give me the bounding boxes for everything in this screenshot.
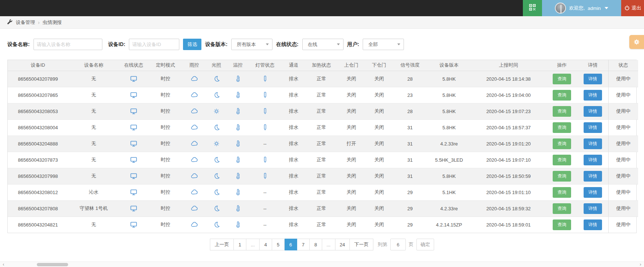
monitor-icon <box>130 156 138 164</box>
monitor-icon <box>130 75 138 83</box>
detail-button[interactable]: 详情 <box>584 155 602 165</box>
user-filter-select[interactable]: 全部 <box>363 39 404 50</box>
column-header: 状态 <box>608 60 638 71</box>
report-time-cell: 2020-04-15 18:50:59 <box>471 168 546 184</box>
monitor-icon <box>130 107 138 115</box>
chevron-down-icon <box>337 43 340 45</box>
goto-page-input[interactable] <box>390 239 406 250</box>
detail-button[interactable]: 详情 <box>584 106 602 117</box>
page-number-button[interactable]: 1 <box>234 239 246 250</box>
goto-prefix: 到第 <box>378 241 387 248</box>
page-number-button[interactable]: 7 <box>297 239 310 250</box>
query-button[interactable]: 查询 <box>553 155 571 165</box>
query-button[interactable]: 查询 <box>553 138 571 149</box>
device-version-select[interactable]: 所有版本 <box>231 39 272 50</box>
filter-button[interactable]: 筛选 <box>183 39 201 50</box>
online-status-select[interactable]: 在线 <box>302 39 344 50</box>
heating-status-cell: 正常 <box>306 136 337 152</box>
table-row: 865650043204888 无 时控 -- 排水 正常 打开 关闭 31 4… <box>8 136 638 152</box>
device-version-cell: 5.8HK <box>427 87 471 103</box>
column-header: 通道 <box>281 60 306 71</box>
device-id-cell: 865650043208053 <box>8 103 68 119</box>
device-version-value: 所有版本 <box>237 41 256 48</box>
heating-status-cell: 正常 <box>306 217 337 233</box>
heating-status-cell: 正常 <box>306 200 337 217</box>
query-button[interactable]: 查询 <box>553 106 571 117</box>
goto-confirm-button[interactable]: 确定 <box>416 239 434 250</box>
report-time-cell: 2020-04-15 18:14:38 <box>471 71 546 87</box>
thermometer-icon <box>234 205 242 212</box>
heating-status-cell: 正常 <box>306 71 337 87</box>
query-button[interactable]: 查询 <box>553 187 571 198</box>
lamp-status-cell: -- <box>249 217 281 233</box>
scroll-right-arrow-icon[interactable]: › <box>638 262 643 267</box>
device-version-cell: 5.8HK <box>427 119 471 136</box>
moon-icon <box>213 124 220 131</box>
chevron-down-icon <box>397 43 400 45</box>
scroll-left-arrow-icon[interactable]: ‹ <box>1 262 6 267</box>
detail-button[interactable]: 详情 <box>584 74 602 84</box>
sun-icon <box>213 108 220 115</box>
device-version-cell: 5.5HK_3LED <box>427 152 471 168</box>
detail-button[interactable]: 详情 <box>584 122 602 133</box>
next-page-button[interactable]: 下一页 <box>350 239 373 250</box>
page-number-button[interactable]: 5 <box>272 239 285 250</box>
device-name-input[interactable] <box>34 39 102 50</box>
device-version-cell: 4.2.14.15ZP <box>427 217 471 233</box>
settings-tab-button[interactable] <box>629 35 644 49</box>
query-button[interactable]: 查询 <box>553 203 571 214</box>
breadcrumb-item-current: 虫情测报 <box>43 19 62 26</box>
username: admin <box>588 6 601 11</box>
column-header: 定时模式 <box>148 60 183 71</box>
detail-button[interactable]: 详情 <box>584 187 602 198</box>
query-button[interactable]: 查询 <box>553 90 571 101</box>
detail-button[interactable]: 详情 <box>584 203 602 214</box>
upper-door-cell: 打开 <box>337 136 366 152</box>
thermometer-icon <box>234 172 242 180</box>
signal-strength-cell: 28 <box>393 71 427 87</box>
report-time-cell: 2020-04-15 19:07:23 <box>471 103 546 119</box>
qr-code-button[interactable] <box>523 0 542 16</box>
timer-mode-cell: 时控 <box>148 200 183 217</box>
lower-door-cell: 关闭 <box>366 103 393 119</box>
signal-strength-cell: 29 <box>393 200 427 217</box>
report-time-cell: 2020-04-15 19:04:00 <box>471 87 546 103</box>
query-button[interactable]: 查询 <box>553 171 571 182</box>
scrollbar-thumb[interactable] <box>37 263 68 266</box>
detail-button[interactable]: 详情 <box>584 219 602 230</box>
lamp-tube-icon <box>261 108 269 115</box>
lower-door-cell: 关闭 <box>366 136 393 152</box>
online-status-value: 在线 <box>308 41 317 48</box>
table-row: 865650043207808 守望林 1号机 时控 -- 排水 正常 关闭 关… <box>8 200 638 217</box>
moon-icon <box>213 75 220 82</box>
detail-button[interactable]: 详情 <box>584 138 602 149</box>
signal-strength-cell: 28 <box>393 103 427 119</box>
upper-door-cell: 关闭 <box>337 217 366 233</box>
chevron-down-icon <box>266 43 269 45</box>
lamp-status-cell: -- <box>249 184 281 200</box>
column-header: 设备版本 <box>427 60 471 71</box>
prev-page-button[interactable]: 上一页 <box>210 239 234 250</box>
device-name-cell: 沁水 <box>68 184 119 200</box>
lamp-status-cell <box>249 87 281 103</box>
query-button[interactable]: 查询 <box>553 122 571 133</box>
upper-door-cell: 关闭 <box>337 168 366 184</box>
breadcrumb-item[interactable]: 设备管理 <box>16 19 35 26</box>
page-number-button[interactable]: 6 <box>285 239 297 250</box>
user-menu[interactable]: 欢迎您, admin <box>542 0 621 16</box>
heating-status-cell: 正常 <box>306 103 337 119</box>
device-id-cell: 865650043204821 <box>8 217 68 233</box>
lower-door-cell: 关闭 <box>366 87 393 103</box>
device-id-input[interactable] <box>129 39 179 50</box>
device-name-cell: 无 <box>68 217 119 233</box>
page-number-button[interactable]: 4 <box>260 239 272 250</box>
page-number-button[interactable]: 8 <box>310 239 322 250</box>
logout-button[interactable]: 退出 <box>621 0 644 16</box>
page-number-button[interactable]: 24 <box>335 239 350 250</box>
query-button[interactable]: 查询 <box>553 219 571 230</box>
timer-mode-cell: 时控 <box>148 217 183 233</box>
query-button[interactable]: 查询 <box>553 74 571 84</box>
page-ellipsis: ... <box>246 239 260 250</box>
detail-button[interactable]: 详情 <box>584 90 602 101</box>
detail-button[interactable]: 详情 <box>584 171 602 182</box>
